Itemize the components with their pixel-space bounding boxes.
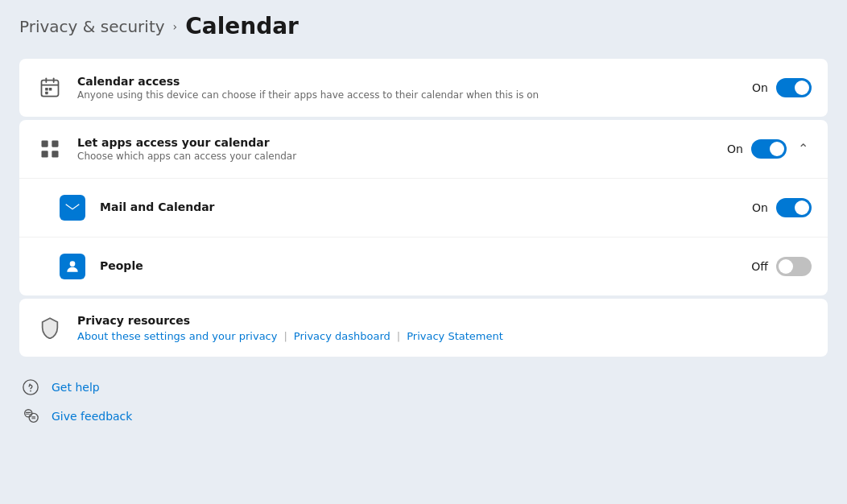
privacy-statement-link[interactable]: Privacy Statement — [407, 330, 503, 342]
svg-point-13 — [23, 380, 38, 395]
let-apps-control: On ⌃ — [727, 139, 812, 159]
people-row: People Off — [19, 238, 828, 295]
let-apps-status: On — [727, 143, 743, 155]
apps-access-card: Let apps access your calendar Choose whi… — [19, 120, 828, 295]
let-apps-toggle[interactable] — [751, 139, 787, 159]
privacy-resources-row: Privacy resources About these settings a… — [19, 299, 828, 357]
mail-calendar-control: On — [752, 198, 812, 217]
privacy-resources-card: Privacy resources About these settings a… — [19, 299, 828, 357]
people-status: Off — [751, 260, 768, 273]
mail-calendar-text: Mail and Calendar — [100, 200, 739, 215]
about-settings-link[interactable]: About these settings and your privacy — [77, 330, 277, 342]
calendar-access-control: On — [752, 78, 812, 97]
calendar-access-row: Calendar access Anyone using this device… — [19, 59, 828, 117]
mail-calendar-status: On — [752, 201, 768, 214]
people-title: People — [100, 259, 738, 272]
privacy-dashboard-link[interactable]: Privacy dashboard — [294, 330, 390, 342]
get-help-link[interactable]: Get help — [19, 376, 828, 399]
svg-rect-11 — [66, 202, 80, 213]
pipe-2: | — [397, 330, 400, 342]
let-apps-row: Let apps access your calendar Choose whi… — [19, 120, 828, 179]
calendar-access-title: Calendar access — [77, 75, 739, 88]
svg-rect-4 — [45, 88, 48, 91]
let-apps-chevron-button[interactable]: ⌃ — [795, 139, 812, 159]
svg-point-12 — [70, 261, 76, 266]
give-feedback-link[interactable]: Give feedback — [19, 405, 828, 428]
privacy-resources-title: Privacy resources — [77, 314, 812, 327]
breadcrumb-chevron: › — [173, 20, 178, 33]
calendar-access-status: On — [752, 81, 768, 94]
mail-calendar-title: Mail and Calendar — [100, 200, 739, 213]
page-title: Calendar — [185, 13, 299, 39]
calendar-icon — [35, 73, 64, 102]
feedback-icon — [19, 405, 42, 428]
shield-icon — [35, 313, 64, 342]
calendar-access-toggle[interactable] — [776, 78, 812, 97]
people-text: People — [100, 259, 738, 274]
svg-rect-8 — [52, 141, 58, 147]
mail-calendar-row: Mail and Calendar On — [19, 179, 828, 238]
people-toggle[interactable] — [776, 257, 812, 276]
svg-rect-7 — [42, 141, 48, 147]
pipe-1: | — [283, 330, 287, 342]
calendar-access-desc: Anyone using this device can choose if t… — [77, 89, 739, 101]
apps-icon — [35, 134, 64, 163]
let-apps-text: Let apps access your calendar Choose whi… — [77, 136, 714, 162]
privacy-resources-text: Privacy resources About these settings a… — [77, 314, 812, 342]
help-icon — [19, 376, 42, 399]
mail-calendar-icon — [58, 193, 87, 222]
let-apps-desc: Choose which apps can access your calend… — [77, 151, 714, 162]
svg-point-15 — [30, 390, 31, 392]
let-apps-title: Let apps access your calendar — [77, 136, 714, 149]
mail-app-icon — [60, 195, 85, 221]
calendar-access-card: Calendar access Anyone using this device… — [19, 59, 828, 117]
breadcrumb-parent[interactable]: Privacy & security — [19, 17, 165, 36]
people-control: Off — [751, 257, 812, 276]
mail-calendar-toggle[interactable] — [776, 198, 812, 217]
calendar-access-text: Calendar access Anyone using this device… — [77, 75, 739, 101]
breadcrumb: Privacy & security › Calendar — [19, 13, 828, 39]
privacy-links: About these settings and your privacy | … — [77, 330, 812, 342]
give-feedback-label: Give feedback — [52, 410, 132, 423]
people-app-icon — [60, 254, 85, 279]
svg-point-16 — [25, 410, 32, 417]
bottom-actions: Get help Give feedback — [19, 376, 828, 428]
svg-point-17 — [29, 413, 38, 422]
get-help-label: Get help — [52, 381, 100, 394]
svg-rect-5 — [49, 88, 52, 91]
svg-rect-10 — [52, 151, 58, 157]
svg-rect-6 — [45, 92, 48, 95]
people-icon — [58, 252, 87, 281]
svg-rect-9 — [42, 151, 48, 157]
